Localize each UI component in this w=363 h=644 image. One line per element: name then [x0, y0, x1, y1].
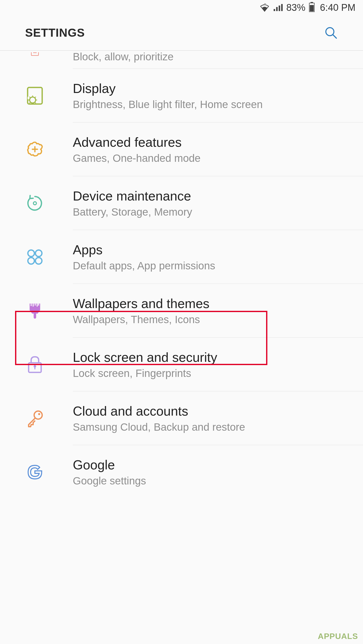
svg-point-15: [35, 258, 42, 264]
notifications-icon: [25, 52, 73, 61]
item-title: Wallpapers and themes: [73, 296, 363, 311]
item-subtitle: Wallpapers, Themes, Icons: [73, 314, 363, 326]
brush-icon: [25, 301, 73, 321]
item-subtitle: Google settings: [73, 475, 363, 487]
item-subtitle: Samsung Cloud, Backup and restore: [73, 421, 363, 433]
settings-item-notifications[interactable]: Block, allow, prioritize: [0, 51, 363, 69]
svg-point-11: [33, 202, 36, 205]
item-subtitle: Battery, Storage, Memory: [73, 206, 363, 218]
svg-point-13: [35, 250, 42, 257]
item-title: Apps: [73, 242, 363, 257]
signal-icon: [273, 4, 283, 12]
watermark: APPUALS: [318, 632, 358, 641]
item-subtitle: Games, One-handed mode: [73, 152, 363, 164]
settings-item-device-maintenance[interactable]: Device maintenance Battery, Storage, Mem…: [0, 176, 363, 230]
item-subtitle: Block, allow, prioritize: [73, 51, 363, 63]
battery-percent: 83%: [286, 2, 305, 13]
svg-rect-2: [310, 5, 314, 12]
status-bar: 83% 6:40 PM: [0, 0, 363, 15]
item-subtitle: Lock screen, Fingerprints: [73, 367, 363, 379]
clock-time: 6:40 PM: [320, 2, 355, 13]
settings-list: Block, allow, prioritize Display Brightn…: [0, 51, 363, 499]
settings-item-advanced[interactable]: Advanced features Games, One-handed mode: [0, 123, 363, 176]
lock-icon: [25, 355, 73, 374]
item-title: Device maintenance: [73, 188, 363, 204]
item-title: Cloud and accounts: [73, 404, 363, 419]
svg-point-12: [28, 250, 34, 257]
item-title: Google: [73, 457, 363, 472]
item-subtitle: Brightness, Blue light filter, Home scre…: [73, 98, 363, 111]
settings-item-display[interactable]: Display Brightness, Blue light filter, H…: [0, 69, 363, 123]
svg-point-14: [28, 258, 34, 264]
settings-item-google[interactable]: Google Google settings: [0, 445, 363, 499]
display-icon: [25, 86, 73, 106]
svg-point-21: [38, 413, 40, 415]
item-title: Lock screen and security: [73, 350, 363, 365]
settings-item-lock-screen[interactable]: Lock screen and security Lock screen, Fi…: [0, 338, 363, 391]
item-title: Display: [73, 81, 363, 96]
wifi-icon: [260, 3, 270, 12]
key-icon: [25, 409, 73, 428]
item-subtitle: Default apps, App permissions: [73, 260, 363, 272]
settings-item-apps[interactable]: Apps Default apps, App permissions: [0, 230, 363, 284]
settings-item-wallpapers[interactable]: Wallpapers and themes Wallpapers, Themes…: [0, 284, 363, 338]
refresh-icon: [25, 193, 73, 213]
google-icon: [25, 462, 73, 482]
apps-grid-icon: [25, 247, 73, 267]
search-button[interactable]: [324, 26, 338, 40]
plus-gear-icon: [25, 140, 73, 159]
page-title: SETTINGS: [25, 26, 85, 39]
settings-item-cloud[interactable]: Cloud and accounts Samsung Cloud, Backup…: [0, 391, 363, 445]
app-header: SETTINGS: [0, 15, 363, 50]
item-title: Advanced features: [73, 135, 363, 150]
battery-icon: [309, 2, 315, 13]
svg-line-4: [333, 35, 336, 38]
